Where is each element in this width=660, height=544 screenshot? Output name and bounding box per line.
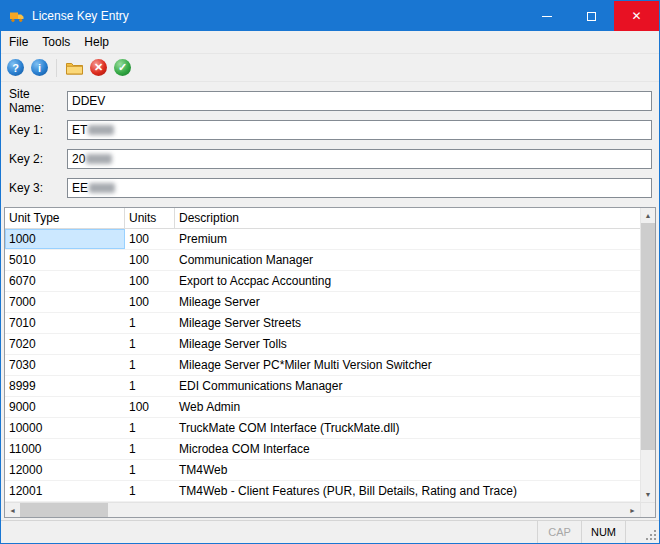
scroll-down-icon[interactable]: ▼ bbox=[641, 487, 655, 502]
titlebar[interactable]: License Key Entry ✕ bbox=[1, 1, 659, 31]
unit-type-cell[interactable]: 8999 bbox=[5, 376, 125, 396]
units-cell[interactable]: 1 bbox=[125, 355, 175, 375]
menu-tools[interactable]: Tools bbox=[35, 31, 77, 53]
scroll-left-icon[interactable]: ◄ bbox=[5, 503, 20, 517]
key2-value: 20 bbox=[72, 152, 85, 166]
table-row[interactable]: 1000 100 Premium bbox=[5, 229, 640, 250]
description-cell[interactable]: Mileage Server Streets bbox=[175, 313, 640, 333]
description-cell[interactable]: TruckMate COM Interface (TruckMate.dll) bbox=[175, 418, 640, 438]
description-cell[interactable]: Microdea COM Interface bbox=[175, 439, 640, 459]
maximize-icon bbox=[587, 12, 596, 21]
site-name-row: Site Name: DDEV bbox=[9, 91, 652, 111]
table-row[interactable]: 12000 1 TM4Web bbox=[5, 460, 640, 481]
about-button[interactable]: i bbox=[31, 59, 48, 76]
truck-logo-icon bbox=[9, 8, 25, 24]
units-cell[interactable]: 100 bbox=[125, 292, 175, 312]
minimize-icon bbox=[542, 16, 552, 17]
scroll-up-icon[interactable]: ▲ bbox=[641, 208, 655, 223]
table-row[interactable]: 7000 100 Mileage Server bbox=[5, 292, 640, 313]
key2-row: Key 2: 20 bbox=[9, 149, 652, 169]
unit-type-cell[interactable]: 7030 bbox=[5, 355, 125, 375]
unit-type-cell[interactable]: 11000 bbox=[5, 439, 125, 459]
vertical-scroll-track[interactable] bbox=[641, 223, 655, 487]
menu-bar: File Tools Help bbox=[1, 31, 659, 54]
open-button[interactable] bbox=[65, 59, 83, 77]
menu-file[interactable]: File bbox=[2, 31, 35, 53]
unit-type-cell[interactable]: 5010 bbox=[5, 250, 125, 270]
maximize-button[interactable] bbox=[569, 1, 614, 31]
unit-type-cell[interactable]: 12001 bbox=[5, 481, 125, 501]
column-header-unit-type[interactable]: Unit Type bbox=[5, 208, 125, 228]
table-row[interactable]: 9000 100 Web Admin bbox=[5, 397, 640, 418]
key1-input[interactable]: ET bbox=[67, 120, 652, 140]
menu-help[interactable]: Help bbox=[77, 31, 116, 53]
units-cell[interactable]: 100 bbox=[125, 250, 175, 270]
description-cell[interactable]: Web Admin bbox=[175, 397, 640, 417]
units-cell[interactable]: 1 bbox=[125, 334, 175, 354]
description-cell[interactable]: Premium bbox=[175, 229, 640, 249]
table-row[interactable]: 10000 1 TruckMate COM Interface (TruckMa… bbox=[5, 418, 640, 439]
description-cell[interactable]: Mileage Server PC*Miler Multi Version Sw… bbox=[175, 355, 640, 375]
license-units-table: Unit Type Units Description 1000 100 Pre… bbox=[4, 207, 656, 518]
key3-input[interactable]: EE bbox=[67, 178, 652, 198]
site-name-input[interactable]: DDEV bbox=[67, 91, 652, 111]
units-cell[interactable]: 1 bbox=[125, 418, 175, 438]
table-row[interactable]: 11000 1 Microdea COM Interface bbox=[5, 439, 640, 460]
description-cell[interactable]: Mileage Server bbox=[175, 292, 640, 312]
table-row[interactable]: 5010 100 Communication Manager bbox=[5, 250, 640, 271]
horizontal-scroll-thumb[interactable] bbox=[20, 503, 108, 517]
column-header-units[interactable]: Units bbox=[125, 208, 175, 228]
description-cell[interactable]: Communication Manager bbox=[175, 250, 640, 270]
description-cell[interactable]: Mileage Server Tolls bbox=[175, 334, 640, 354]
folder-icon bbox=[66, 61, 83, 75]
table-row[interactable]: 8999 1 EDI Communications Manager bbox=[5, 376, 640, 397]
column-header-description[interactable]: Description bbox=[175, 208, 640, 228]
scroll-right-icon[interactable]: ► bbox=[625, 503, 640, 517]
table-row[interactable]: 7020 1 Mileage Server Tolls bbox=[5, 334, 640, 355]
key2-label: Key 2: bbox=[9, 152, 67, 166]
description-cell[interactable]: Export to Accpac Accounting bbox=[175, 271, 640, 291]
unit-type-cell[interactable]: 12000 bbox=[5, 460, 125, 480]
unit-type-cell[interactable]: 7010 bbox=[5, 313, 125, 333]
units-cell[interactable]: 1 bbox=[125, 313, 175, 333]
units-cell[interactable]: 100 bbox=[125, 229, 175, 249]
units-cell[interactable]: 100 bbox=[125, 271, 175, 291]
units-cell[interactable]: 1 bbox=[125, 439, 175, 459]
minimize-button[interactable] bbox=[524, 1, 569, 31]
unit-type-cell[interactable]: 1000 bbox=[5, 229, 125, 249]
description-cell[interactable]: EDI Communications Manager bbox=[175, 376, 640, 396]
unit-type-cell[interactable]: 7020 bbox=[5, 334, 125, 354]
description-cell[interactable]: TM4Web bbox=[175, 460, 640, 480]
license-key-entry-window: License Key Entry ✕ File Tools Help ? i bbox=[0, 0, 660, 544]
table-row[interactable]: 7010 1 Mileage Server Streets bbox=[5, 313, 640, 334]
close-button[interactable]: ✕ bbox=[614, 1, 659, 31]
app-icon[interactable] bbox=[9, 8, 25, 24]
key1-value: ET bbox=[72, 123, 87, 137]
units-cell[interactable]: 1 bbox=[125, 376, 175, 396]
resize-grip[interactable] bbox=[625, 521, 659, 543]
ok-button[interactable]: ✓ bbox=[114, 59, 131, 76]
units-cell[interactable]: 100 bbox=[125, 397, 175, 417]
key2-input[interactable]: 20 bbox=[67, 149, 652, 169]
unit-type-cell[interactable]: 10000 bbox=[5, 418, 125, 438]
vertical-scroll-thumb[interactable] bbox=[641, 223, 655, 450]
description-cell[interactable]: TM4Web - Client Features (PUR, Bill Deta… bbox=[175, 481, 640, 501]
units-cell[interactable]: 1 bbox=[125, 460, 175, 480]
horizontal-scrollbar[interactable]: ◄ ► bbox=[5, 502, 655, 517]
close-icon: ✕ bbox=[631, 10, 641, 22]
key2-masked-text bbox=[86, 154, 112, 164]
horizontal-scroll-track[interactable] bbox=[108, 503, 625, 517]
unit-type-cell[interactable]: 9000 bbox=[5, 397, 125, 417]
table-row[interactable]: 12001 1 TM4Web - Client Features (PUR, B… bbox=[5, 481, 640, 502]
table-row[interactable]: 7030 1 Mileage Server PC*Miler Multi Ver… bbox=[5, 355, 640, 376]
info-icon: i bbox=[38, 62, 41, 74]
check-icon: ✓ bbox=[118, 61, 127, 74]
table-row[interactable]: 6070 100 Export to Accpac Accounting bbox=[5, 271, 640, 292]
units-cell[interactable]: 1 bbox=[125, 481, 175, 501]
vertical-scrollbar[interactable]: ▲ ▼ bbox=[640, 208, 655, 502]
help-button[interactable]: ? bbox=[7, 59, 24, 76]
cancel-button[interactable]: ✕ bbox=[90, 59, 107, 76]
resize-grip-icon bbox=[645, 529, 658, 542]
unit-type-cell[interactable]: 6070 bbox=[5, 271, 125, 291]
unit-type-cell[interactable]: 7000 bbox=[5, 292, 125, 312]
